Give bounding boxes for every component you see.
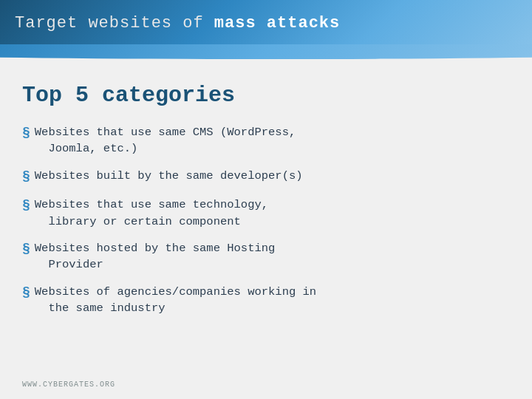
bullet-text-3: Websites that use same technology, libra… bbox=[35, 197, 510, 230]
list-item: § Websites that use same technology, lib… bbox=[22, 197, 510, 230]
footer-url: WWW.CYBERGATES.ORG bbox=[22, 381, 115, 389]
content-area: Top 5 categories § Websites that use sam… bbox=[0, 46, 532, 342]
list-item: § Websites that use same CMS (WordPress,… bbox=[22, 124, 510, 157]
bullet-marker-5: § bbox=[22, 283, 30, 302]
bullet-text-2: Websites built by the same developer(s) bbox=[35, 168, 510, 184]
bullet-text-4: Websites hosted by the same Hosting Prov… bbox=[35, 240, 510, 273]
header-title-prefix: Target websites of bbox=[15, 14, 214, 33]
list-item: § Websites built by the same developer(s… bbox=[22, 168, 510, 186]
bullet-marker-3: § bbox=[22, 196, 30, 215]
header-title-bold: mass attacks bbox=[214, 14, 340, 33]
bullet-list: § Websites that use same CMS (WordPress,… bbox=[22, 124, 510, 317]
section-title: Top 5 categories bbox=[22, 83, 510, 108]
bullet-marker-1: § bbox=[22, 123, 30, 143]
footer: WWW.CYBERGATES.ORG bbox=[22, 381, 115, 389]
header-title: Target websites of mass attacks bbox=[15, 14, 340, 33]
bullet-text-1: Websites that use same CMS (WordPress, J… bbox=[35, 124, 510, 157]
header-bar: Target websites of mass attacks bbox=[0, 0, 532, 46]
bullet-marker-2: § bbox=[22, 167, 30, 186]
slide: Target websites of mass attacks Top 5 ca… bbox=[0, 0, 532, 399]
list-item: § Websites of agencies/companies working… bbox=[22, 284, 510, 317]
list-item: § Websites hosted by the same Hosting Pr… bbox=[22, 240, 510, 273]
bullet-text-5: Websites of agencies/companies working i… bbox=[35, 284, 510, 317]
bullet-marker-4: § bbox=[22, 239, 30, 259]
